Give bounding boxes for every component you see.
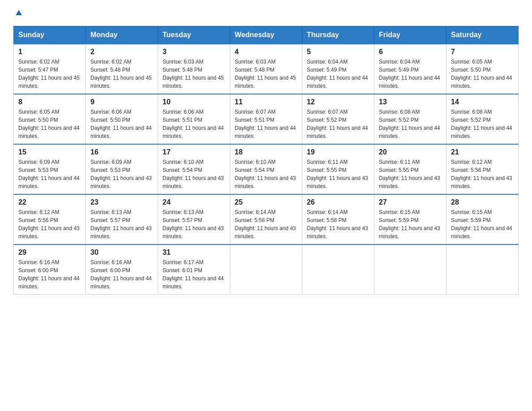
day-number: 19 (307, 148, 369, 156)
svg-marker-0 (16, 10, 22, 15)
calendar-cell: 17 Sunrise: 6:10 AMSunset: 5:54 PMDaylig… (158, 144, 230, 194)
calendar-cell: 3 Sunrise: 6:03 AMSunset: 5:48 PMDayligh… (158, 44, 230, 94)
calendar-cell: 30 Sunrise: 6:16 AMSunset: 6:00 PMDaylig… (86, 244, 158, 295)
day-info: Sunrise: 6:05 AMSunset: 5:50 PMDaylight:… (18, 108, 81, 140)
day-info: Sunrise: 6:14 AMSunset: 5:58 PMDaylight:… (307, 208, 369, 240)
calendar-week-row: 1 Sunrise: 6:02 AMSunset: 5:47 PMDayligh… (14, 44, 519, 94)
day-info: Sunrise: 6:07 AMSunset: 5:52 PMDaylight:… (307, 108, 369, 140)
day-number: 12 (307, 98, 369, 106)
day-number: 15 (18, 148, 81, 156)
calendar-header-row: SundayMondayTuesdayWednesdayThursdayFrid… (14, 26, 519, 44)
logo-triangle-icon (14, 7, 24, 17)
calendar-header-friday: Friday (374, 26, 446, 44)
day-info: Sunrise: 6:11 AMSunset: 5:55 PMDaylight:… (307, 158, 369, 190)
day-info: Sunrise: 6:13 AMSunset: 5:57 PMDaylight:… (163, 208, 225, 240)
day-number: 17 (163, 148, 225, 156)
day-info: Sunrise: 6:02 AMSunset: 5:48 PMDaylight:… (90, 58, 153, 90)
day-number: 8 (18, 98, 81, 106)
day-number: 30 (90, 248, 153, 257)
calendar-week-row: 15 Sunrise: 6:09 AMSunset: 5:53 PMDaylig… (14, 144, 519, 194)
day-info: Sunrise: 6:10 AMSunset: 5:54 PMDaylight:… (235, 158, 297, 190)
calendar-cell: 13 Sunrise: 6:08 AMSunset: 5:52 PMDaylig… (374, 94, 446, 144)
calendar-cell: 18 Sunrise: 6:10 AMSunset: 5:54 PMDaylig… (230, 144, 302, 194)
calendar-cell: 19 Sunrise: 6:11 AMSunset: 5:55 PMDaylig… (302, 144, 374, 194)
day-info: Sunrise: 6:14 AMSunset: 5:58 PMDaylight:… (235, 208, 297, 240)
day-info: Sunrise: 6:08 AMSunset: 5:52 PMDaylight:… (451, 108, 514, 140)
day-number: 24 (163, 198, 225, 206)
day-number: 21 (451, 148, 514, 156)
calendar-cell: 4 Sunrise: 6:03 AMSunset: 5:48 PMDayligh… (230, 44, 302, 94)
day-info: Sunrise: 6:15 AMSunset: 5:59 PMDaylight:… (451, 208, 514, 240)
day-number: 13 (379, 98, 442, 106)
day-number: 1 (18, 48, 81, 56)
calendar-table: SundayMondayTuesdayWednesdayThursdayFrid… (13, 26, 519, 295)
day-info: Sunrise: 6:04 AMSunset: 5:49 PMDaylight:… (379, 58, 442, 90)
day-info: Sunrise: 6:06 AMSunset: 5:51 PMDaylight:… (163, 108, 225, 140)
calendar-cell: 26 Sunrise: 6:14 AMSunset: 5:58 PMDaylig… (302, 194, 374, 244)
day-number: 26 (307, 198, 369, 206)
day-info: Sunrise: 6:03 AMSunset: 5:48 PMDaylight:… (163, 58, 225, 90)
page-header (13, 9, 519, 17)
day-info: Sunrise: 6:05 AMSunset: 5:50 PMDaylight:… (451, 58, 514, 90)
calendar-cell: 20 Sunrise: 6:11 AMSunset: 5:55 PMDaylig… (374, 144, 446, 194)
calendar-week-row: 22 Sunrise: 6:12 AMSunset: 5:56 PMDaylig… (14, 194, 519, 244)
day-info: Sunrise: 6:10 AMSunset: 5:54 PMDaylight:… (163, 158, 225, 190)
calendar-cell: 12 Sunrise: 6:07 AMSunset: 5:52 PMDaylig… (302, 94, 374, 144)
day-info: Sunrise: 6:16 AMSunset: 6:00 PMDaylight:… (90, 258, 153, 291)
day-info: Sunrise: 6:15 AMSunset: 5:59 PMDaylight:… (379, 208, 442, 240)
day-number: 14 (451, 98, 514, 106)
calendar-cell: 8 Sunrise: 6:05 AMSunset: 5:50 PMDayligh… (14, 94, 86, 144)
calendar-cell: 10 Sunrise: 6:06 AMSunset: 5:51 PMDaylig… (158, 94, 230, 144)
calendar-cell: 23 Sunrise: 6:13 AMSunset: 5:57 PMDaylig… (86, 194, 158, 244)
calendar-header-saturday: Saturday (446, 26, 519, 44)
day-info: Sunrise: 6:02 AMSunset: 5:47 PMDaylight:… (18, 58, 81, 90)
calendar-header-tuesday: Tuesday (158, 26, 230, 44)
day-number: 7 (451, 48, 514, 56)
day-info: Sunrise: 6:07 AMSunset: 5:51 PMDaylight:… (235, 108, 297, 140)
calendar-cell: 1 Sunrise: 6:02 AMSunset: 5:47 PMDayligh… (14, 44, 86, 94)
day-info: Sunrise: 6:16 AMSunset: 6:00 PMDaylight:… (18, 258, 81, 291)
day-info: Sunrise: 6:12 AMSunset: 5:56 PMDaylight:… (18, 208, 81, 240)
calendar-cell: 5 Sunrise: 6:04 AMSunset: 5:49 PMDayligh… (302, 44, 374, 94)
calendar-cell (230, 244, 302, 295)
day-number: 20 (379, 148, 442, 156)
day-number: 3 (163, 48, 225, 56)
day-number: 18 (235, 148, 297, 156)
calendar-cell: 21 Sunrise: 6:12 AMSunset: 5:56 PMDaylig… (446, 144, 519, 194)
day-number: 27 (379, 198, 442, 206)
calendar-cell: 11 Sunrise: 6:07 AMSunset: 5:51 PMDaylig… (230, 94, 302, 144)
day-number: 9 (90, 98, 153, 106)
calendar-cell: 16 Sunrise: 6:09 AMSunset: 5:53 PMDaylig… (86, 144, 158, 194)
day-number: 5 (307, 48, 369, 56)
calendar-cell: 29 Sunrise: 6:16 AMSunset: 6:00 PMDaylig… (14, 244, 86, 295)
day-number: 6 (379, 48, 442, 56)
day-number: 31 (163, 248, 225, 257)
day-info: Sunrise: 6:08 AMSunset: 5:52 PMDaylight:… (379, 108, 442, 140)
calendar-cell (374, 244, 446, 295)
calendar-header-wednesday: Wednesday (230, 26, 302, 44)
calendar-cell: 2 Sunrise: 6:02 AMSunset: 5:48 PMDayligh… (86, 44, 158, 94)
calendar-header-thursday: Thursday (302, 26, 374, 44)
day-info: Sunrise: 6:13 AMSunset: 5:57 PMDaylight:… (90, 208, 153, 240)
day-info: Sunrise: 6:09 AMSunset: 5:53 PMDaylight:… (18, 158, 81, 190)
calendar-header-sunday: Sunday (14, 26, 86, 44)
calendar-cell: 31 Sunrise: 6:17 AMSunset: 6:01 PMDaylig… (158, 244, 230, 295)
calendar-week-row: 8 Sunrise: 6:05 AMSunset: 5:50 PMDayligh… (14, 94, 519, 144)
calendar-cell (446, 244, 519, 295)
calendar-cell: 25 Sunrise: 6:14 AMSunset: 5:58 PMDaylig… (230, 194, 302, 244)
calendar-cell: 9 Sunrise: 6:06 AMSunset: 5:50 PMDayligh… (86, 94, 158, 144)
day-number: 4 (235, 48, 297, 56)
calendar-cell: 22 Sunrise: 6:12 AMSunset: 5:56 PMDaylig… (14, 194, 86, 244)
day-number: 25 (235, 198, 297, 206)
day-number: 10 (163, 98, 225, 106)
calendar-cell: 15 Sunrise: 6:09 AMSunset: 5:53 PMDaylig… (14, 144, 86, 194)
day-info: Sunrise: 6:12 AMSunset: 5:56 PMDaylight:… (451, 158, 514, 190)
day-info: Sunrise: 6:06 AMSunset: 5:50 PMDaylight:… (90, 108, 153, 140)
day-info: Sunrise: 6:04 AMSunset: 5:49 PMDaylight:… (307, 58, 369, 90)
day-number: 2 (90, 48, 153, 56)
calendar-cell: 6 Sunrise: 6:04 AMSunset: 5:49 PMDayligh… (374, 44, 446, 94)
calendar-cell: 28 Sunrise: 6:15 AMSunset: 5:59 PMDaylig… (446, 194, 519, 244)
day-number: 28 (451, 198, 514, 206)
day-info: Sunrise: 6:09 AMSunset: 5:53 PMDaylight:… (90, 158, 153, 190)
calendar-header-monday: Monday (86, 26, 158, 44)
